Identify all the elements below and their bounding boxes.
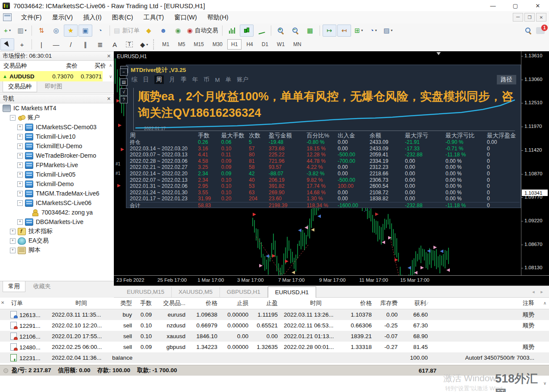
tree-toggle-expand-icon[interactable]: +	[17, 191, 23, 196]
notifications-button[interactable]: 1	[536, 27, 545, 34]
terminal-button[interactable]: ▣	[78, 25, 92, 37]
tree-item-1[interactable]: −账户	[0, 113, 114, 122]
trendline-tool[interactable]: /	[64, 38, 78, 50]
menu-item-2[interactable]: 插入(I)	[78, 12, 107, 23]
timeframe-m1[interactable]: M1	[158, 39, 173, 50]
panel-minimize-button[interactable]: −	[120, 68, 128, 76]
timeframe-d1[interactable]: D1	[258, 39, 272, 50]
zoom-in-button[interactable]: +	[274, 25, 288, 37]
order-row[interactable]: 12106...2022.01.20 17:55...sell0.10xauus…	[0, 331, 549, 342]
tree-item-3[interactable]: +Tickmill-Live10	[0, 132, 114, 141]
line-chart-button[interactable]	[254, 25, 268, 37]
chart-area[interactable]: EURUSD,H1 −▤√? #1#1 − MTDriver统计 ,V3.25 …	[114, 51, 549, 286]
tree-item-12[interactable]: +DBGMarkets-Live	[0, 217, 114, 227]
metaeditor-button[interactable]: ◆	[142, 25, 156, 37]
tree-toggle-expand-icon[interactable]: +	[17, 172, 23, 177]
order-row[interactable]: 12291...2022.02.10 12:20...sell0.10nzdus…	[0, 320, 549, 331]
terminal-col-header[interactable]: 获利 ∕	[401, 299, 431, 307]
tree-toggle-expand-icon[interactable]: +	[17, 134, 23, 140]
tree-toggle-expand-icon[interactable]: +	[17, 219, 23, 225]
tree-toggle-expand-icon[interactable]: +	[17, 162, 23, 168]
experts-button[interactable]: ☻	[157, 25, 170, 37]
menu-item-6[interactable]: 帮助(H)	[202, 12, 234, 23]
chart-shift-button[interactable]: ↤	[337, 25, 351, 37]
tree-item-5[interactable]: +WeTradeBroker-Demo	[0, 151, 114, 160]
tree-toggle-expand-icon[interactable]: +	[17, 143, 23, 149]
strategy-tester-button[interactable]: ◔	[93, 25, 107, 37]
timeframe-m15[interactable]: M15	[190, 39, 207, 50]
ea-tab-5[interactable]: 年	[192, 76, 198, 84]
autotrading-button[interactable]: ◉自动交易	[186, 25, 220, 37]
terminal-col-header[interactable]: 订单	[8, 299, 49, 307]
market-watch-button[interactable]: ⇅	[35, 25, 48, 37]
ea-path-button[interactable]: 路径	[497, 75, 516, 84]
terminal-col-header[interactable]: 止盈	[252, 299, 281, 307]
market-watch-close-icon[interactable]: ✕	[107, 53, 111, 59]
panel-move-button[interactable]: ▤	[120, 78, 128, 86]
col-bid[interactable]: 卖价	[49, 62, 78, 70]
horizontal-line-tool[interactable]: —	[49, 38, 63, 50]
child-minimize-button[interactable]: ー	[513, 13, 523, 22]
label-tool[interactable]: T	[122, 38, 136, 50]
time-tick-label[interactable]: 11 Mar 17:00	[359, 277, 388, 283]
tree-item-9[interactable]: +TMGM.TradeMax-Live6	[0, 189, 114, 198]
col-symbol[interactable]: 交易品种	[0, 62, 49, 70]
child-restore-button[interactable]: ❐	[524, 13, 535, 22]
tree-toggle-expand-icon[interactable]: +	[17, 181, 23, 187]
cursor-tool[interactable]	[0, 38, 14, 50]
tree-toggle-expand-icon[interactable]: +	[10, 238, 16, 244]
navigator-close-icon[interactable]: ✕	[107, 96, 111, 102]
time-tick-label[interactable]: 3 Mar 17:00	[237, 277, 264, 283]
order-row[interactable]: 12231...2022.02.04 11:36...balance100.00…	[0, 352, 549, 363]
close-button[interactable]: ✕	[527, 0, 549, 11]
ea-tab-2[interactable]: 周	[154, 75, 164, 84]
crosshair-tool[interactable]: +	[15, 38, 29, 50]
bar-chart-button[interactable]	[225, 25, 239, 37]
tree-item-10[interactable]: −ICMarketsSC-Live06	[0, 198, 114, 208]
order-row[interactable]: 12480...2022.02.25 06:00...sell0.09gbpus…	[0, 342, 549, 352]
panel-confirm-button[interactable]: √	[120, 88, 128, 96]
periods-button[interactable]: ◔▾	[367, 25, 380, 37]
mw-scroll-up-icon[interactable]: ∧	[109, 63, 112, 68]
menu-item-3[interactable]: 图表(C)	[107, 12, 138, 23]
chart-tab-eurusd-h1[interactable]: EURUSD,H1	[268, 286, 316, 298]
search-icon[interactable]	[525, 27, 532, 34]
channel-tool[interactable]: ∥	[78, 38, 92, 50]
price-axis[interactable]: 1.136101.130601.125101.119701.114201.108…	[521, 51, 549, 276]
terminal-close-icon[interactable]: ✕	[1, 300, 4, 305]
terminal-col-header[interactable]: 注释	[431, 299, 538, 307]
terminal-col-header[interactable]: 价格	[344, 299, 375, 307]
tree-item-14[interactable]: +EA交易	[0, 236, 114, 246]
market-watch-tab-0[interactable]: 交易品种	[3, 81, 37, 92]
indicators-button[interactable]: ⊞▾	[352, 25, 366, 37]
time-tick-label[interactable]: 1 Mar 17:00	[198, 277, 224, 283]
auto-scroll-button[interactable]: ↦	[323, 25, 336, 37]
menu-item-5[interactable]: 窗口(W)	[169, 12, 202, 23]
child-close-button[interactable]: ✕	[536, 13, 546, 22]
tree-item-6[interactable]: +FPMarkets-Live	[0, 160, 114, 170]
tree-item-2[interactable]: +ICMarketsSC-Demo03	[0, 122, 114, 132]
terminal-col-header[interactable]: 时间	[281, 299, 344, 307]
panel-help-button[interactable]: ?	[120, 96, 128, 103]
ea-tab-6[interactable]: 币	[204, 76, 210, 84]
new-chart-button[interactable]: +▾	[0, 25, 14, 37]
tree-toggle-expand-icon[interactable]: +	[10, 248, 16, 253]
terminal-scroll-down-icon[interactable]: ∨	[543, 381, 546, 386]
time-tick-label[interactable]: 7 Mar 17:00	[278, 277, 304, 283]
terminal-col-header[interactable]: 手数	[135, 299, 155, 307]
chart-tab-eurusd-m15[interactable]: EURUSD,M15	[120, 287, 172, 297]
navigator-tab-0[interactable]: 常用	[3, 281, 25, 292]
tabs-scroll-right-icon[interactable]: ▸	[540, 289, 543, 295]
templates-button[interactable]: ▨▾	[381, 25, 395, 37]
tabs-scroll-left-icon[interactable]: ◂	[532, 289, 535, 295]
tree-item-7[interactable]: +Tickmill-Live05	[0, 170, 114, 179]
minimize-button[interactable]: —	[482, 0, 504, 11]
tree-item-11[interactable]: 70034642: zong ya	[0, 208, 114, 217]
maximize-button[interactable]: ▢	[504, 0, 527, 11]
vertical-line-tool[interactable]: |	[35, 38, 48, 50]
market-watch-row[interactable]: ▲AUDUSD 0.73070 0.73071 ∨	[0, 71, 114, 81]
terminal-col-header[interactable]: 类型	[110, 299, 135, 307]
tree-item-15[interactable]: +脚本	[0, 246, 114, 255]
time-axis[interactable]: 23 Feb 202225 Feb 17:001 Mar 17:003 Mar …	[114, 275, 549, 286]
chart-tab-xauusd-m5[interactable]: XAUUSD,M5	[172, 287, 220, 297]
